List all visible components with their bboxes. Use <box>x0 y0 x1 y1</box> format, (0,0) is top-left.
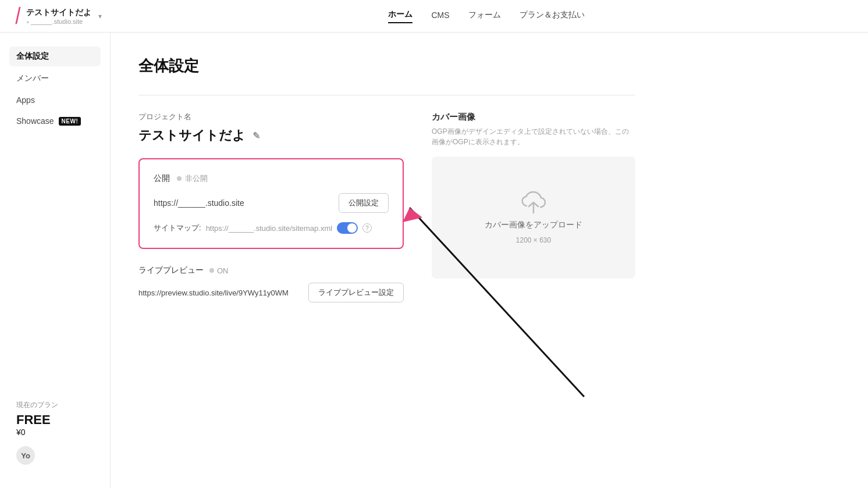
section-left: プロジェクト名 テストサイトだよ ✎ 公開 非公開 <box>138 112 404 302</box>
dropdown-arrow-icon[interactable]: ▾ <box>98 12 102 20</box>
publish-settings-button[interactable]: 公開設定 <box>339 193 389 213</box>
site-info: テストサイトだよ ______.studio.site <box>26 8 91 25</box>
live-url-row: https://preview.studio.site/live/9YWy11y… <box>138 283 404 302</box>
sitemap-url: https://______.studio.site/sitemap.xml <box>206 224 333 233</box>
sidebar-label-general: 全体設定 <box>16 51 49 62</box>
project-name-label: プロジェクト名 <box>138 112 404 122</box>
url-button-row: https://______.studio.site 公開設定 <box>154 193 389 213</box>
logo-area: ╱ テストサイトだよ ______.studio.site ▾ <box>14 8 119 25</box>
svg-marker-1 <box>403 208 422 222</box>
upload-label: カバー画像をアップロード <box>485 220 582 230</box>
section-right: カバー画像 OGP画像がデザインエディタ上で設定されていない場合、この画像がOG… <box>432 112 635 302</box>
publish-box-container: 公開 非公開 https://______.studio.site 公開設定 <box>138 158 404 249</box>
edit-icon[interactable]: ✎ <box>252 130 260 141</box>
help-icon[interactable]: ? <box>362 223 372 233</box>
nav-forms[interactable]: フォーム <box>468 10 501 23</box>
upload-cloud-icon <box>520 191 547 214</box>
new-badge: NEW! <box>59 117 81 126</box>
sidebar-item-general-settings[interactable]: 全体設定 <box>9 47 101 66</box>
avatar[interactable]: Yo <box>16 446 35 465</box>
sidebar: 全体設定 メンバー Apps Showcase NEW! 現在のプラン FREE… <box>0 33 111 488</box>
nav-cms[interactable]: CMS <box>431 10 449 22</box>
main-layout: 全体設定 メンバー Apps Showcase NEW! 現在のプラン FREE… <box>0 33 868 488</box>
sidebar-bottom: 現在のプラン FREE ¥0 Yo <box>9 400 101 474</box>
sidebar-label-members: メンバー <box>16 73 49 84</box>
nav-plan[interactable]: プラン＆お支払い <box>520 10 585 23</box>
project-name-text: テストサイトだよ <box>138 127 246 144</box>
live-url: https://preview.studio.site/live/9YWy11y… <box>138 288 289 297</box>
live-preview-label: ライブプレビュー <box>138 265 204 276</box>
nav-home[interactable]: ホーム <box>388 9 412 23</box>
sitemap-label: サイトマップ: <box>154 223 201 233</box>
status-dot-icon <box>177 176 182 181</box>
publish-status-row: 公開 非公開 <box>154 173 389 184</box>
on-dot-icon <box>209 268 214 273</box>
sitemap-row: サイトマップ: https://______.studio.site/sitem… <box>154 222 389 234</box>
sidebar-item-apps[interactable]: Apps <box>9 91 101 109</box>
live-preview-section: ライブプレビュー ON https://preview.studio.site/… <box>138 265 404 302</box>
publish-box: 公開 非公開 https://______.studio.site 公開設定 <box>138 158 404 249</box>
plan-price: ¥0 <box>16 428 94 437</box>
plan-name: FREE <box>16 412 94 428</box>
live-label-row: ライブプレビュー ON <box>138 265 404 276</box>
page-title: 全体設定 <box>138 56 635 76</box>
logo-icon: ╱ <box>12 8 23 24</box>
cover-description: OGP画像がデザインエディタ上で設定されていない場合、この画像がOGPに表示され… <box>432 126 635 147</box>
cover-upload-area[interactable]: カバー画像をアップロード 1200 × 630 <box>432 156 635 279</box>
top-nav-links: ホーム CMS フォーム プラン＆お支払い <box>388 9 584 23</box>
sidebar-item-members[interactable]: メンバー <box>9 69 101 88</box>
sidebar-item-showcase[interactable]: Showcase NEW! <box>9 112 101 130</box>
sitemap-toggle[interactable] <box>337 222 358 234</box>
sidebar-label-apps: Apps <box>16 95 35 105</box>
content-section: プロジェクト名 テストサイトだよ ✎ 公開 非公開 <box>138 112 635 302</box>
plan-label: 現在のプラン <box>16 400 94 410</box>
live-preview-settings-button[interactable]: ライブプレビュー設定 <box>308 283 404 302</box>
on-text: ON <box>217 266 229 275</box>
top-nav: ╱ テストサイトだよ ______.studio.site ▾ ホーム CMS … <box>0 0 868 33</box>
sidebar-nav: 全体設定 メンバー Apps Showcase NEW! <box>9 47 101 130</box>
cover-title: カバー画像 <box>432 112 635 123</box>
publish-label: 公開 <box>154 173 170 184</box>
upload-size: 1200 × 630 <box>516 236 551 244</box>
main-content: 全体設定 プロジェクト名 テストサイトだよ ✎ 公開 <box>111 33 663 488</box>
site-url: https://______.studio.site <box>154 198 244 208</box>
site-title: テストサイトだよ <box>26 8 91 18</box>
status-dot-label: 非公開 <box>177 173 208 184</box>
status-dot-text: 非公開 <box>185 173 208 184</box>
on-indicator: ON <box>209 266 229 275</box>
project-name-value: テストサイトだよ ✎ <box>138 127 404 144</box>
divider <box>138 95 635 95</box>
site-domain: ______.studio.site <box>26 18 91 25</box>
cover-section: カバー画像 OGP画像がデザインエディタ上で設定されていない場合、この画像がOG… <box>432 112 635 279</box>
sidebar-label-showcase: Showcase <box>16 116 54 126</box>
